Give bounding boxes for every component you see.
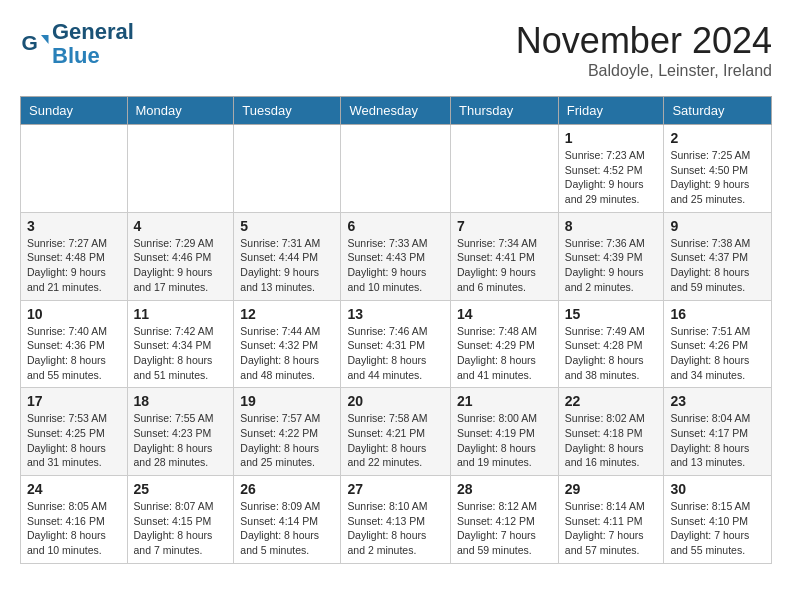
calendar-cell: 25Sunrise: 8:07 AM Sunset: 4:15 PM Dayli… — [127, 476, 234, 564]
day-number: 21 — [457, 393, 552, 409]
day-info: Sunrise: 7:38 AM Sunset: 4:37 PM Dayligh… — [670, 236, 765, 295]
calendar-cell: 29Sunrise: 8:14 AM Sunset: 4:11 PM Dayli… — [558, 476, 664, 564]
day-number: 9 — [670, 218, 765, 234]
day-info: Sunrise: 8:10 AM Sunset: 4:13 PM Dayligh… — [347, 499, 444, 558]
calendar-cell: 7Sunrise: 7:34 AM Sunset: 4:41 PM Daylig… — [451, 212, 559, 300]
page: G General Blue November 2024 Baldoyle, L… — [0, 0, 792, 584]
day-info: Sunrise: 8:15 AM Sunset: 4:10 PM Dayligh… — [670, 499, 765, 558]
day-info: Sunrise: 8:04 AM Sunset: 4:17 PM Dayligh… — [670, 411, 765, 470]
day-info: Sunrise: 7:29 AM Sunset: 4:46 PM Dayligh… — [134, 236, 228, 295]
day-info: Sunrise: 8:09 AM Sunset: 4:14 PM Dayligh… — [240, 499, 334, 558]
calendar-cell: 8Sunrise: 7:36 AM Sunset: 4:39 PM Daylig… — [558, 212, 664, 300]
day-number: 13 — [347, 306, 444, 322]
logo-line1: General — [52, 19, 134, 44]
day-info: Sunrise: 8:12 AM Sunset: 4:12 PM Dayligh… — [457, 499, 552, 558]
day-number: 8 — [565, 218, 658, 234]
day-number: 24 — [27, 481, 121, 497]
calendar-body: 1Sunrise: 7:23 AM Sunset: 4:52 PM Daylig… — [21, 125, 772, 564]
calendar-cell: 15Sunrise: 7:49 AM Sunset: 4:28 PM Dayli… — [558, 300, 664, 388]
day-info: Sunrise: 7:53 AM Sunset: 4:25 PM Dayligh… — [27, 411, 121, 470]
month-title: November 2024 — [516, 20, 772, 62]
calendar-cell: 24Sunrise: 8:05 AM Sunset: 4:16 PM Dayli… — [21, 476, 128, 564]
day-number: 30 — [670, 481, 765, 497]
day-number: 3 — [27, 218, 121, 234]
logo-line2: Blue — [52, 43, 100, 68]
day-info: Sunrise: 7:57 AM Sunset: 4:22 PM Dayligh… — [240, 411, 334, 470]
day-number: 19 — [240, 393, 334, 409]
calendar-cell: 17Sunrise: 7:53 AM Sunset: 4:25 PM Dayli… — [21, 388, 128, 476]
day-info: Sunrise: 8:14 AM Sunset: 4:11 PM Dayligh… — [565, 499, 658, 558]
day-info: Sunrise: 7:51 AM Sunset: 4:26 PM Dayligh… — [670, 324, 765, 383]
day-info: Sunrise: 7:42 AM Sunset: 4:34 PM Dayligh… — [134, 324, 228, 383]
logo-icon: G — [20, 29, 50, 59]
day-info: Sunrise: 8:05 AM Sunset: 4:16 PM Dayligh… — [27, 499, 121, 558]
location-subtitle: Baldoyle, Leinster, Ireland — [516, 62, 772, 80]
calendar-cell: 10Sunrise: 7:40 AM Sunset: 4:36 PM Dayli… — [21, 300, 128, 388]
calendar-cell: 27Sunrise: 8:10 AM Sunset: 4:13 PM Dayli… — [341, 476, 451, 564]
calendar-cell: 1Sunrise: 7:23 AM Sunset: 4:52 PM Daylig… — [558, 125, 664, 213]
day-number: 28 — [457, 481, 552, 497]
day-number: 1 — [565, 130, 658, 146]
calendar-header-tuesday: Tuesday — [234, 97, 341, 125]
day-info: Sunrise: 7:55 AM Sunset: 4:23 PM Dayligh… — [134, 411, 228, 470]
calendar-week-5: 24Sunrise: 8:05 AM Sunset: 4:16 PM Dayli… — [21, 476, 772, 564]
calendar-cell: 14Sunrise: 7:48 AM Sunset: 4:29 PM Dayli… — [451, 300, 559, 388]
calendar-cell: 5Sunrise: 7:31 AM Sunset: 4:44 PM Daylig… — [234, 212, 341, 300]
calendar-cell: 12Sunrise: 7:44 AM Sunset: 4:32 PM Dayli… — [234, 300, 341, 388]
day-info: Sunrise: 8:07 AM Sunset: 4:15 PM Dayligh… — [134, 499, 228, 558]
day-info: Sunrise: 7:36 AM Sunset: 4:39 PM Dayligh… — [565, 236, 658, 295]
day-info: Sunrise: 7:58 AM Sunset: 4:21 PM Dayligh… — [347, 411, 444, 470]
calendar-header-monday: Monday — [127, 97, 234, 125]
day-number: 5 — [240, 218, 334, 234]
day-number: 17 — [27, 393, 121, 409]
calendar-cell — [341, 125, 451, 213]
calendar-table: SundayMondayTuesdayWednesdayThursdayFrid… — [20, 96, 772, 564]
day-number: 22 — [565, 393, 658, 409]
calendar-header-wednesday: Wednesday — [341, 97, 451, 125]
day-info: Sunrise: 7:31 AM Sunset: 4:44 PM Dayligh… — [240, 236, 334, 295]
calendar-cell: 26Sunrise: 8:09 AM Sunset: 4:14 PM Dayli… — [234, 476, 341, 564]
day-number: 23 — [670, 393, 765, 409]
day-number: 4 — [134, 218, 228, 234]
calendar-week-3: 10Sunrise: 7:40 AM Sunset: 4:36 PM Dayli… — [21, 300, 772, 388]
day-info: Sunrise: 8:02 AM Sunset: 4:18 PM Dayligh… — [565, 411, 658, 470]
day-info: Sunrise: 7:25 AM Sunset: 4:50 PM Dayligh… — [670, 148, 765, 207]
day-info: Sunrise: 7:23 AM Sunset: 4:52 PM Dayligh… — [565, 148, 658, 207]
calendar-cell: 21Sunrise: 8:00 AM Sunset: 4:19 PM Dayli… — [451, 388, 559, 476]
calendar-cell: 18Sunrise: 7:55 AM Sunset: 4:23 PM Dayli… — [127, 388, 234, 476]
day-number: 14 — [457, 306, 552, 322]
header: G General Blue November 2024 Baldoyle, L… — [20, 20, 772, 80]
day-number: 16 — [670, 306, 765, 322]
day-number: 29 — [565, 481, 658, 497]
calendar-cell: 13Sunrise: 7:46 AM Sunset: 4:31 PM Dayli… — [341, 300, 451, 388]
calendar-cell: 3Sunrise: 7:27 AM Sunset: 4:48 PM Daylig… — [21, 212, 128, 300]
logo-text: General Blue — [52, 20, 134, 68]
day-number: 10 — [27, 306, 121, 322]
day-number: 26 — [240, 481, 334, 497]
calendar-cell — [127, 125, 234, 213]
day-number: 27 — [347, 481, 444, 497]
calendar-cell: 22Sunrise: 8:02 AM Sunset: 4:18 PM Dayli… — [558, 388, 664, 476]
calendar-header-row: SundayMondayTuesdayWednesdayThursdayFrid… — [21, 97, 772, 125]
day-number: 18 — [134, 393, 228, 409]
day-info: Sunrise: 8:00 AM Sunset: 4:19 PM Dayligh… — [457, 411, 552, 470]
day-number: 20 — [347, 393, 444, 409]
calendar-cell: 4Sunrise: 7:29 AM Sunset: 4:46 PM Daylig… — [127, 212, 234, 300]
day-info: Sunrise: 7:40 AM Sunset: 4:36 PM Dayligh… — [27, 324, 121, 383]
day-info: Sunrise: 7:46 AM Sunset: 4:31 PM Dayligh… — [347, 324, 444, 383]
day-number: 15 — [565, 306, 658, 322]
calendar-week-2: 3Sunrise: 7:27 AM Sunset: 4:48 PM Daylig… — [21, 212, 772, 300]
day-info: Sunrise: 7:27 AM Sunset: 4:48 PM Dayligh… — [27, 236, 121, 295]
day-number: 6 — [347, 218, 444, 234]
day-info: Sunrise: 7:44 AM Sunset: 4:32 PM Dayligh… — [240, 324, 334, 383]
calendar-cell: 2Sunrise: 7:25 AM Sunset: 4:50 PM Daylig… — [664, 125, 772, 213]
calendar-header-saturday: Saturday — [664, 97, 772, 125]
title-block: November 2024 Baldoyle, Leinster, Irelan… — [516, 20, 772, 80]
day-number: 7 — [457, 218, 552, 234]
calendar-cell: 28Sunrise: 8:12 AM Sunset: 4:12 PM Dayli… — [451, 476, 559, 564]
calendar-cell: 11Sunrise: 7:42 AM Sunset: 4:34 PM Dayli… — [127, 300, 234, 388]
day-info: Sunrise: 7:49 AM Sunset: 4:28 PM Dayligh… — [565, 324, 658, 383]
day-number: 11 — [134, 306, 228, 322]
day-info: Sunrise: 7:34 AM Sunset: 4:41 PM Dayligh… — [457, 236, 552, 295]
calendar-cell: 16Sunrise: 7:51 AM Sunset: 4:26 PM Dayli… — [664, 300, 772, 388]
